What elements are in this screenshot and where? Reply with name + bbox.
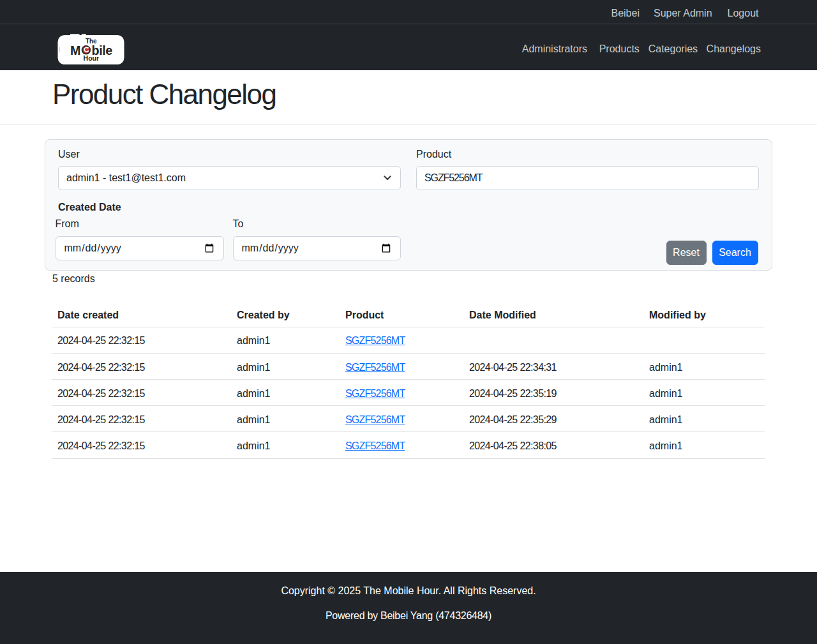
svg-text:Hour: Hour	[83, 54, 99, 62]
svg-text:M: M	[70, 43, 80, 57]
